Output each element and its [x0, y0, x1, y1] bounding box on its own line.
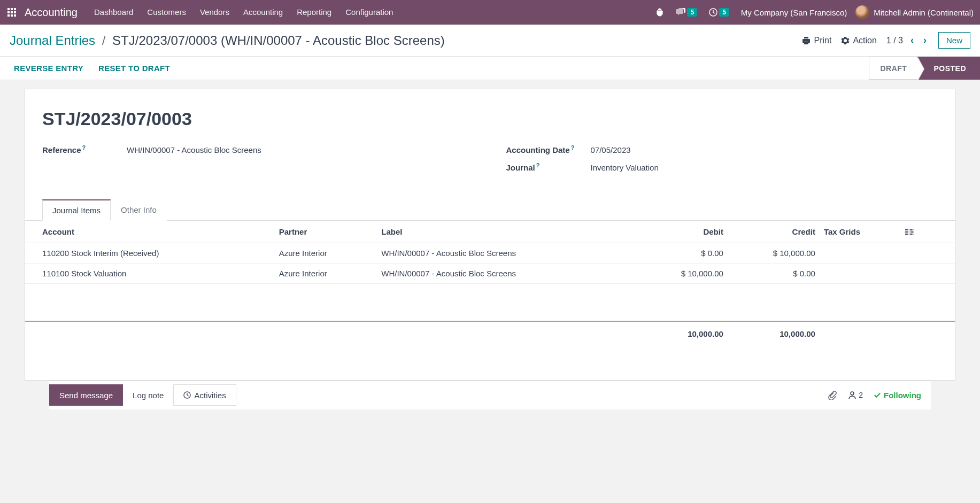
col-label[interactable]: Label — [377, 221, 636, 243]
top-navbar: Accounting Dashboard Customers Vendors A… — [0, 0, 980, 25]
stage-posted[interactable]: POSTED — [917, 57, 980, 80]
journal-items-table: Account Partner Label Debit Credit Tax G… — [25, 221, 955, 367]
new-button[interactable]: New — [938, 32, 970, 49]
reverse-entry-button[interactable]: REVERSE ENTRY — [14, 64, 83, 73]
breadcrumb-current: STJ/2023/07/0003 (WH/IN/00007 - Acoustic… — [112, 33, 445, 48]
following-button[interactable]: Following — [874, 391, 921, 400]
send-message-button[interactable]: Send message — [49, 384, 123, 406]
print-icon — [802, 36, 811, 45]
totals-row: 10,000.00 10,000.00 — [25, 321, 955, 346]
activities-badge: 5 — [719, 8, 729, 17]
svg-point-8 — [851, 392, 854, 395]
help-icon[interactable]: ? — [82, 144, 86, 151]
journal-value[interactable]: Inventory Valuation — [591, 163, 659, 172]
nav-configuration[interactable]: Configuration — [338, 0, 400, 25]
clock-icon — [183, 391, 191, 399]
chatter-bar: Send message Log note Activities 2 Follo… — [49, 381, 931, 409]
pager-prev-icon[interactable]: ‹ — [908, 35, 916, 46]
activities-icon[interactable]: 5 — [706, 8, 732, 17]
reference-label: Reference? — [42, 144, 127, 154]
print-button[interactable]: Print — [802, 36, 831, 45]
accounting-date-label: Accounting Date? — [506, 144, 591, 154]
total-credit: 10,000.00 — [728, 321, 820, 346]
company-selector[interactable]: My Company (San Francisco) — [738, 8, 850, 17]
breadcrumb-root[interactable]: Journal Entries — [10, 33, 95, 48]
tab-journal-items[interactable]: Journal Items — [42, 199, 111, 221]
user-avatar-icon — [855, 5, 869, 19]
record-title: STJ/2023/07/0003 — [42, 109, 938, 129]
nav-reporting[interactable]: Reporting — [290, 0, 338, 25]
help-icon[interactable]: ? — [536, 162, 540, 168]
optional-columns-icon[interactable] — [901, 221, 955, 243]
nav-vendors[interactable]: Vendors — [193, 0, 236, 25]
attachment-icon[interactable] — [828, 390, 837, 400]
followers-button[interactable]: 2 — [848, 391, 863, 399]
col-taxgrids[interactable]: Tax Grids — [820, 221, 901, 243]
pager-value[interactable]: 1 / 3 — [886, 36, 903, 45]
tab-other-info[interactable]: Other Info — [111, 199, 167, 221]
action-button[interactable]: Action — [841, 36, 876, 45]
col-credit[interactable]: Credit — [728, 221, 820, 243]
svg-rect-1 — [905, 229, 908, 230]
nav-links: Dashboard Customers Vendors Accounting R… — [87, 0, 400, 25]
col-account[interactable]: Account — [25, 221, 275, 243]
pager-next-icon[interactable]: › — [921, 35, 929, 46]
notebook-tabs: Journal Items Other Info — [25, 199, 955, 221]
help-icon[interactable]: ? — [571, 144, 575, 151]
breadcrumb: Journal Entries / STJ/2023/07/0003 (WH/I… — [10, 33, 445, 48]
nav-accounting[interactable]: Accounting — [236, 0, 290, 25]
messages-badge: 5 — [687, 8, 697, 17]
reset-to-draft-button[interactable]: RESET TO DRAFT — [98, 64, 170, 73]
control-bar: Journal Entries / STJ/2023/07/0003 (WH/I… — [0, 25, 980, 57]
stage-draft[interactable]: DRAFT — [869, 57, 917, 80]
user-icon — [848, 391, 856, 399]
breadcrumb-sep: / — [99, 33, 109, 48]
activities-button[interactable]: Activities — [173, 384, 236, 406]
log-note-button[interactable]: Log note — [123, 384, 173, 406]
status-bar: REVERSE ENTRY RESET TO DRAFT DRAFT POSTE… — [0, 57, 980, 80]
svg-rect-2 — [905, 231, 908, 233]
app-brand[interactable]: Accounting — [21, 6, 85, 19]
user-name: Mitchell Admin (Continental) — [874, 8, 974, 17]
journal-label: Journal? — [506, 162, 591, 172]
apps-menu-icon[interactable] — [4, 5, 19, 20]
messages-icon[interactable]: 5 — [673, 8, 700, 17]
svg-rect-3 — [905, 234, 908, 235]
nav-customers[interactable]: Customers — [140, 0, 193, 25]
gear-icon — [841, 36, 850, 45]
check-icon — [874, 391, 881, 399]
col-partner[interactable]: Partner — [275, 221, 377, 243]
col-debit[interactable]: Debit — [636, 221, 728, 243]
table-row[interactable]: 110200 Stock Interim (Received) Azure In… — [25, 243, 955, 264]
table-row[interactable]: 110100 Stock Valuation Azure Interior WH… — [25, 264, 955, 284]
reference-value[interactable]: WH/IN/00007 - Acoustic Bloc Screens — [127, 145, 261, 154]
accounting-date-value[interactable]: 07/05/2023 — [591, 145, 631, 154]
user-menu[interactable]: Mitchell Admin (Continental) — [855, 5, 976, 19]
pager: 1 / 3 ‹ › — [886, 35, 929, 46]
debug-icon[interactable] — [652, 8, 667, 17]
nav-dashboard[interactable]: Dashboard — [87, 0, 140, 25]
form-sheet: STJ/2023/07/0003 Reference? WH/IN/00007 … — [25, 89, 955, 381]
total-debit: 10,000.00 — [636, 321, 728, 346]
